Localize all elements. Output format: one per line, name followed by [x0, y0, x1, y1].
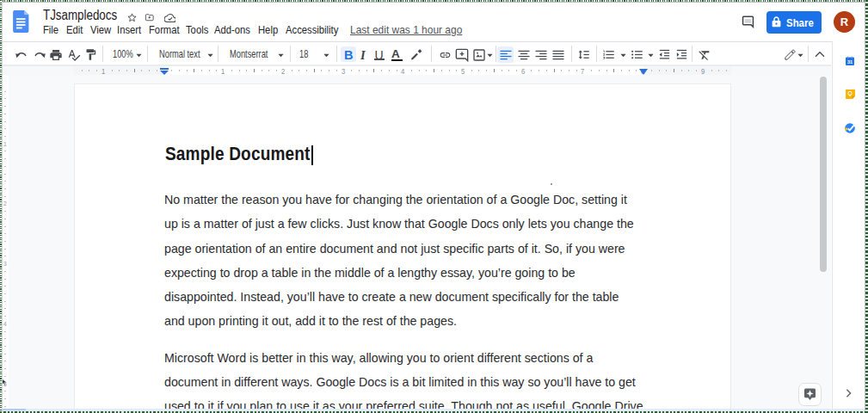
svg-text:31: 31	[846, 59, 852, 64]
